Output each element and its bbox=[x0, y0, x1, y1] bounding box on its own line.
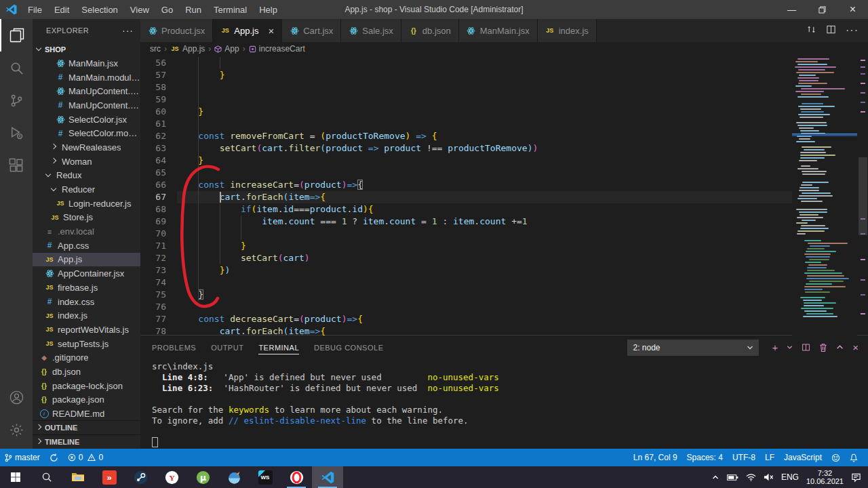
file-store.js[interactable]: JSStore.js bbox=[33, 211, 140, 225]
webstorm-icon[interactable]: WS bbox=[250, 466, 281, 488]
file-login-reducer.js[interactable]: JSLogin-reducer.js bbox=[33, 197, 140, 211]
menu-view[interactable]: View bbox=[124, 0, 155, 19]
show-hidden-icons-chevron[interactable] bbox=[711, 473, 719, 481]
globe-paint-app-icon[interactable] bbox=[218, 466, 250, 488]
extensions-icon[interactable] bbox=[0, 149, 33, 182]
terminal-output[interactable]: src\index.js Line 4:8: 'App' is defined … bbox=[152, 361, 861, 447]
new-terminal-icon[interactable]: + bbox=[772, 342, 778, 352]
problems-indicator[interactable]: 0 0 bbox=[63, 449, 108, 466]
cursor-position[interactable]: Ln 67, Col 9 bbox=[629, 453, 682, 462]
panel-tab-problems[interactable]: PROBLEMS bbox=[152, 336, 196, 359]
account-icon[interactable] bbox=[0, 381, 33, 413]
file-app.js[interactable]: JSApp.js bbox=[33, 253, 140, 267]
menu-selection[interactable]: Selection bbox=[75, 0, 123, 19]
file-selectcolor.modu...[interactable]: #SelectColor.modu... bbox=[33, 126, 140, 140]
wifi-icon[interactable] bbox=[746, 473, 756, 482]
tab-app.js[interactable]: JSApp.js× bbox=[213, 19, 282, 42]
file-setuptests.js[interactable]: JSsetupTests.js bbox=[33, 337, 140, 351]
close-panel-icon[interactable]: × bbox=[852, 342, 859, 352]
clock[interactable]: 7:32 10.06.2021 bbox=[806, 469, 844, 485]
indentation-setting[interactable]: Spaces: 4 bbox=[682, 453, 728, 462]
file-manmain.module...[interactable]: #ManMain.module... bbox=[33, 70, 140, 85]
timeline-section[interactable]: TIMELINE bbox=[33, 434, 140, 449]
tab-product.jsx[interactable]: Product.jsx bbox=[140, 19, 213, 42]
file-appcontainer.jsx[interactable]: AppContainer.jsx bbox=[33, 266, 140, 281]
branch-indicator[interactable]: master bbox=[0, 449, 45, 466]
red-media-app-icon[interactable]: » bbox=[94, 466, 125, 488]
menu-edit[interactable]: Edit bbox=[48, 0, 75, 19]
maximize-panel-icon[interactable] bbox=[836, 344, 844, 351]
file-db.json[interactable]: {}db.json bbox=[33, 365, 140, 379]
breadcrumb-item-app.js[interactable]: JSApp.js bbox=[170, 44, 205, 54]
scrollbar-thumb[interactable] bbox=[859, 157, 867, 235]
search-icon[interactable] bbox=[0, 52, 33, 84]
file-index.js[interactable]: JSindex.js bbox=[33, 308, 140, 323]
file-manupcontent.m...[interactable]: #ManUpContent.m... bbox=[33, 98, 140, 113]
explorer-more-icon[interactable]: ··· bbox=[122, 25, 134, 36]
breadcrumb[interactable]: src›JSApp.js›App›increaseCart bbox=[140, 42, 868, 56]
volume-muted-icon[interactable] bbox=[764, 473, 774, 481]
panel-tab-debug-console[interactable]: DEBUG CONSOLE bbox=[314, 336, 383, 359]
feedback-smiley-icon[interactable] bbox=[827, 453, 845, 462]
start-button-icon[interactable] bbox=[0, 466, 31, 488]
panel-tab-terminal[interactable]: TERMINAL bbox=[258, 336, 299, 359]
file-index.css[interactable]: #index.css bbox=[33, 295, 140, 309]
breadcrumb-item-src[interactable]: src bbox=[150, 44, 161, 54]
language-mode[interactable]: JavaScript bbox=[779, 453, 827, 462]
file-redux[interactable]: Redux bbox=[33, 169, 140, 183]
yandex-browser-icon[interactable]: Y bbox=[156, 466, 187, 488]
menu-run[interactable]: Run bbox=[179, 0, 208, 19]
file-.gitignore[interactable]: ◆.gitignore bbox=[33, 350, 140, 365]
file-reducer[interactable]: Reducer bbox=[33, 182, 140, 197]
file-app.css[interactable]: #App.css bbox=[33, 239, 140, 253]
open-changes-icon[interactable] bbox=[806, 24, 816, 37]
file-.env.local[interactable]: ≡.env.local bbox=[33, 224, 140, 239]
vscode-icon[interactable] bbox=[312, 466, 343, 488]
close-tab-icon[interactable]: × bbox=[268, 26, 274, 36]
utorrent-icon[interactable]: µ bbox=[187, 466, 218, 488]
minimize-icon[interactable]: — bbox=[776, 0, 807, 19]
tab-manmain.jsx[interactable]: ManMain.jsx bbox=[459, 19, 538, 42]
terminal-dropdown-icon[interactable] bbox=[787, 344, 793, 350]
overview-ruler[interactable] bbox=[857, 56, 868, 336]
run-debug-icon[interactable] bbox=[0, 117, 33, 149]
file-explorer-icon[interactable] bbox=[62, 466, 94, 488]
eol-setting[interactable]: LF bbox=[760, 453, 779, 462]
menu-help[interactable]: Help bbox=[253, 0, 283, 19]
menu-file[interactable]: File bbox=[22, 0, 48, 19]
tab-sale.jsx[interactable]: Sale.jsx bbox=[341, 19, 401, 42]
file-readme.md[interactable]: iREADME.md bbox=[33, 407, 140, 421]
language-indicator[interactable]: ENG bbox=[781, 472, 799, 482]
notifications-bell-icon[interactable] bbox=[845, 453, 863, 462]
encoding-setting[interactable]: UTF-8 bbox=[728, 453, 760, 462]
split-editor-icon[interactable] bbox=[826, 24, 836, 37]
split-terminal-icon[interactable] bbox=[802, 343, 810, 352]
file-manupcontent.jsx[interactable]: ManUpContent.jsx bbox=[33, 84, 140, 98]
file-woman[interactable]: Woman bbox=[33, 155, 140, 169]
outline-section[interactable]: OUTLINE bbox=[33, 420, 140, 434]
file-selectcolor.jsx[interactable]: SelectColor.jsx bbox=[33, 113, 140, 127]
settings-gear-icon[interactable] bbox=[0, 413, 33, 446]
tab-cart.jsx[interactable]: Cart.jsx bbox=[282, 19, 341, 42]
kill-terminal-icon[interactable] bbox=[819, 343, 827, 352]
more-actions-icon[interactable]: ··· bbox=[846, 24, 859, 37]
tab-db.json[interactable]: {}db.json bbox=[401, 19, 459, 42]
terminal-shell-select[interactable]: 2: node bbox=[627, 340, 759, 356]
close-icon[interactable]: × bbox=[837, 0, 868, 19]
file-reportwebvitals.js[interactable]: JSreportWebVitals.js bbox=[33, 323, 140, 337]
menu-go[interactable]: Go bbox=[155, 0, 179, 19]
action-center-icon[interactable] bbox=[851, 472, 861, 483]
breadcrumb-item-app[interactable]: App bbox=[214, 44, 239, 54]
code-editor[interactable]: 5657585960616263646566676869707172737475… bbox=[140, 56, 868, 336]
file-newrealeases[interactable]: NewRealeases bbox=[33, 140, 140, 155]
opera-icon[interactable] bbox=[281, 466, 312, 488]
panel-tab-output[interactable]: OUTPUT bbox=[211, 336, 243, 359]
sync-button[interactable] bbox=[45, 449, 63, 466]
restore-icon[interactable] bbox=[807, 0, 837, 19]
source-control-icon[interactable] bbox=[0, 84, 33, 117]
file-firebase.js[interactable]: JSfirebase.js bbox=[33, 281, 140, 295]
project-section-shop[interactable]: SHOP bbox=[33, 42, 140, 56]
explorer-icon[interactable] bbox=[0, 19, 33, 52]
breadcrumb-item-increasecart[interactable]: increaseCart bbox=[249, 44, 305, 54]
minimap[interactable] bbox=[792, 56, 857, 336]
